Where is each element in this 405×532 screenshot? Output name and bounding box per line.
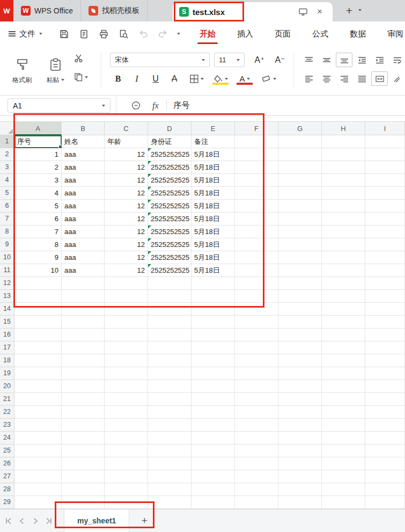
cell-I25[interactable] xyxy=(365,444,405,457)
cell-C22[interactable] xyxy=(105,406,148,419)
cell-B7[interactable]: aaa xyxy=(62,213,105,225)
cell-I11[interactable] xyxy=(365,264,405,277)
cell-A16[interactable] xyxy=(14,329,62,341)
cell-B23[interactable] xyxy=(62,419,105,432)
cell-E18[interactable] xyxy=(192,354,235,367)
cell-E9[interactable]: 5月18日 xyxy=(192,238,235,251)
column-header-I[interactable]: I xyxy=(365,121,405,135)
name-box[interactable]: A1 xyxy=(8,98,111,113)
cell-E21[interactable] xyxy=(192,393,235,406)
cell-E23[interactable] xyxy=(192,419,235,432)
cell-A12[interactable] xyxy=(14,277,62,290)
cell-E15[interactable] xyxy=(192,316,235,329)
cell-A28[interactable] xyxy=(14,483,62,496)
cell-C14[interactable] xyxy=(105,303,148,316)
cell-H1[interactable] xyxy=(322,135,365,148)
column-header-C[interactable]: C xyxy=(105,121,148,135)
text-orientation-button[interactable] xyxy=(389,71,405,86)
cell-I6[interactable] xyxy=(365,200,405,213)
cell-F2[interactable] xyxy=(235,148,278,161)
cell-H19[interactable] xyxy=(322,367,365,380)
cell-A17[interactable] xyxy=(14,341,62,354)
cell-C8[interactable]: 12 xyxy=(105,225,148,238)
cell-F14[interactable] xyxy=(235,303,278,316)
cell-H24[interactable] xyxy=(322,432,365,444)
cell-B20[interactable] xyxy=(62,380,105,393)
cell-A11[interactable]: 10 xyxy=(14,264,62,277)
cell-H8[interactable] xyxy=(322,225,365,238)
cell-F19[interactable] xyxy=(235,367,278,380)
cell-C15[interactable] xyxy=(105,316,148,329)
cell-H2[interactable] xyxy=(322,148,365,161)
row-header-13[interactable]: 13 xyxy=(0,290,14,303)
cell-H13[interactable] xyxy=(322,290,365,303)
cell-G13[interactable] xyxy=(278,290,322,303)
cell-F5[interactable] xyxy=(235,187,278,200)
cell-E24[interactable] xyxy=(192,432,235,444)
cell-I29[interactable] xyxy=(365,496,405,509)
font-size-select[interactable]: 11 xyxy=(214,53,245,67)
cell-D1[interactable]: 身份证 xyxy=(148,135,192,148)
cell-D18[interactable] xyxy=(148,354,192,367)
font-color-button[interactable]: A xyxy=(234,71,255,86)
cell-F21[interactable] xyxy=(235,393,278,406)
cell-E11[interactable]: 5月18日 xyxy=(192,264,235,277)
row-header-3[interactable]: 3 xyxy=(0,161,14,174)
cell-I3[interactable] xyxy=(365,161,405,174)
cell-F20[interactable] xyxy=(235,380,278,393)
cell-G8[interactable] xyxy=(278,225,322,238)
tab-wps-office[interactable]: W WPS Office xyxy=(13,0,81,21)
undo-icon[interactable] xyxy=(137,28,149,40)
align-left-button[interactable] xyxy=(300,71,317,86)
wrap-text-button[interactable] xyxy=(389,53,405,67)
cell-E5[interactable]: 5月18日 xyxy=(192,187,235,200)
cell-E16[interactable] xyxy=(192,329,235,341)
cell-C27[interactable] xyxy=(105,470,148,483)
cell-B12[interactable] xyxy=(62,277,105,290)
cell-D12[interactable] xyxy=(148,277,192,290)
row-header-1[interactable]: 1 xyxy=(0,135,14,148)
cell-D22[interactable] xyxy=(148,406,192,419)
ribbon-tab-page[interactable]: 页面 xyxy=(264,21,301,46)
cell-I4[interactable] xyxy=(365,174,405,187)
formula-assistant-icon[interactable] xyxy=(131,101,141,110)
cell-H26[interactable] xyxy=(322,457,365,470)
cell-F15[interactable] xyxy=(235,316,278,329)
paste-button[interactable]: 粘贴 xyxy=(40,50,71,91)
copy-button[interactable] xyxy=(74,72,88,82)
row-header-24[interactable]: 24 xyxy=(0,432,14,444)
cell-G9[interactable] xyxy=(278,238,322,251)
cell-G17[interactable] xyxy=(278,341,322,354)
cell-G21[interactable] xyxy=(278,393,322,406)
cell-I7[interactable] xyxy=(365,213,405,225)
fill-color-button[interactable] xyxy=(210,71,231,86)
cell-C17[interactable] xyxy=(105,341,148,354)
cell-H5[interactable] xyxy=(322,187,365,200)
insert-function-button[interactable]: fx xyxy=(152,101,159,111)
cell-I14[interactable] xyxy=(365,303,405,316)
cell-H11[interactable] xyxy=(322,264,365,277)
cell-D5[interactable]: 2525252525 xyxy=(148,187,192,200)
cell-F17[interactable] xyxy=(235,341,278,354)
cell-B14[interactable] xyxy=(62,303,105,316)
select-all-corner[interactable] xyxy=(0,121,14,135)
cell-F7[interactable] xyxy=(235,213,278,225)
cell-H28[interactable] xyxy=(322,483,365,496)
format-painter-button[interactable]: 格式刷 xyxy=(6,50,38,91)
cell-F23[interactable] xyxy=(235,419,278,432)
cell-G29[interactable] xyxy=(278,496,322,509)
row-header-11[interactable]: 11 xyxy=(0,264,14,277)
cell-A22[interactable] xyxy=(14,406,62,419)
underline-button[interactable]: U xyxy=(148,71,164,86)
cell-C5[interactable]: 12 xyxy=(105,187,148,200)
new-tab-button[interactable]: + xyxy=(342,4,356,18)
row-header-16[interactable]: 16 xyxy=(0,329,14,341)
row-header-12[interactable]: 12 xyxy=(0,277,14,290)
clear-format-button[interactable] xyxy=(259,71,279,86)
cell-D27[interactable] xyxy=(148,470,192,483)
cell-I13[interactable] xyxy=(365,290,405,303)
cell-A24[interactable] xyxy=(14,432,62,444)
cell-D21[interactable] xyxy=(148,393,192,406)
cell-F27[interactable] xyxy=(235,470,278,483)
cell-D7[interactable]: 2525252525 xyxy=(148,213,192,225)
